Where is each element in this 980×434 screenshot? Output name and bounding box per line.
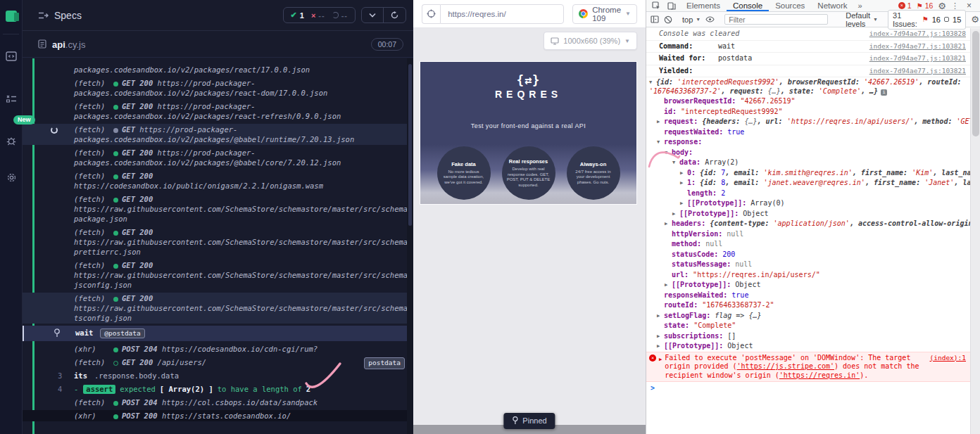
console-entry[interactable]: Waited for:postdataindex-7d94ae77.js:103… [646, 53, 970, 65]
devtools-close-icon[interactable]: × [964, 1, 974, 11]
log-row-assert[interactable]: 4-assertexpected[ Array(2) ]to have a le… [23, 383, 413, 395]
log-row-network[interactable]: (fetch)GET 200 https://raw.githubusercon… [23, 260, 413, 291]
error-link[interactable]: 'https://js.stripe.com' [737, 362, 834, 370]
collapse-arrow-icon[interactable]: ▼ [665, 148, 672, 158]
codesandbox-logo-icon[interactable] [0, 4, 23, 28]
console-tree-row[interactable]: ▼body: [646, 148, 970, 158]
console-tree-row[interactable]: requestWaited: true [646, 127, 970, 138]
issues-counter[interactable]: 31 Issues: ⚑16 15 [888, 10, 966, 30]
log-row-network[interactable]: (fetch)GET 200 https://prod-packager-pac… [23, 101, 413, 122]
log-row-network[interactable]: (fetch)GET 200 https://codesandbox.io/pu… [23, 170, 413, 191]
console-tree-row[interactable]: statusMessage: null [646, 260, 970, 270]
browser-select[interactable]: Chrome 109 ▼ [572, 4, 637, 24]
expand-arrow-icon[interactable]: ▶ [680, 199, 687, 208]
console-tree-row[interactable]: id: "interceptedRequest9992" [646, 107, 970, 117]
log-row-its[interactable]: 3its.response.body.data [23, 370, 413, 381]
log-row[interactable]: packages.codesandbox.io/v2/packages/reac… [23, 64, 413, 75]
expand-arrow-icon[interactable]: ▶ [657, 332, 664, 341]
console-error-entry[interactable]: ×▶Failed to execute 'postMessage' on 'DO… [646, 352, 970, 383]
expand-arrow-icon[interactable]: ▶ [665, 219, 672, 229]
log-row-network[interactable]: (fetch)GET 200 https://raw.githubusercon… [23, 226, 413, 257]
console-tree-row[interactable]: ▼{id: 'interceptedRequest9992', browserR… [646, 77, 970, 96]
console-settings-icon[interactable]: ⚙ [971, 14, 979, 25]
console-tree-row[interactable]: ▶subscriptions: [] [646, 331, 970, 342]
console-tree-row[interactable]: ▶[[Prototype]]: Object [646, 209, 970, 219]
settings-gear-icon[interactable] [0, 165, 23, 189]
console-tree-row[interactable]: httpVersion: null [646, 229, 970, 240]
scrollbar-thumb[interactable] [408, 64, 412, 226]
collapse-arrow-icon[interactable]: ▼ [672, 158, 679, 167]
selector-playground-button[interactable] [422, 4, 440, 24]
expand-arrow-icon[interactable]: ▶ [657, 117, 664, 127]
log-row-network[interactable]: (fetch)GET 200 https://prod-packager-pac… [23, 147, 413, 168]
more-tabs-button[interactable]: » [855, 1, 865, 10]
expand-arrow-icon[interactable]: ▶ [657, 312, 664, 321]
log-row-wait[interactable]: wait@postdata [23, 326, 413, 341]
console-scrollbar[interactable] [970, 28, 980, 434]
viewport-select[interactable]: 1000x660 (39%) ▼ [544, 32, 637, 50]
console-tree-row[interactable]: ▼response: [646, 137, 970, 148]
console-tree-row[interactable]: ▶[[Prototype]]: Object [646, 280, 970, 291]
console-tree-row[interactable]: ▶0: {id: 7, email: 'kim.smith@reqres.in'… [646, 168, 970, 179]
issues-badge[interactable]: ⚑16 [917, 1, 934, 10]
scrollbar-thumb[interactable] [972, 31, 979, 136]
console-tree-row[interactable]: responseWaited: true [646, 291, 970, 301]
log-levels-select[interactable]: Default levels▼ [846, 11, 878, 28]
expand-arrow-icon[interactable]: ▶ [659, 355, 662, 381]
aut-iframe[interactable]: {⇄} REQRES Test your front-end against a… [420, 62, 636, 204]
route-alias-badge[interactable]: postdata [364, 357, 405, 369]
console-tree-row[interactable]: ▶setLogFlag: flag => {…} [646, 311, 970, 321]
log-row-network[interactable]: (fetch)GET 200 https://raw.githubusercon… [23, 293, 413, 324]
console-tree-row[interactable]: routeId: "1676463368737-2" [646, 300, 970, 311]
console-sidebar-icon[interactable] [651, 14, 659, 25]
debug-icon[interactable] [0, 129, 23, 153]
console-entry[interactable]: Console was clearedindex-7d94ae77.js:103… [646, 28, 970, 41]
console-entry[interactable]: Yielded:index-7d94ae77.js:103821 [646, 65, 970, 78]
test-list-icon[interactable] [0, 87, 23, 110]
tab-console[interactable]: Console [727, 0, 769, 11]
console-tree-row[interactable]: method: null [646, 239, 970, 250]
console-tree-row[interactable]: length: 2 [646, 189, 970, 199]
console-entry[interactable]: Command:waitindex-7d94ae77.js:103821 [646, 41, 970, 53]
device-toolbar-icon[interactable] [665, 1, 679, 11]
expand-arrow-icon[interactable]: ▶ [680, 169, 687, 178]
console-tree-row[interactable]: ▶1: {id: 8, email: 'janet.weaver@reqres.… [646, 178, 970, 189]
tab-network[interactable]: Network [811, 0, 853, 11]
tab-sources[interactable]: Sources [769, 0, 811, 11]
console-error-badge[interactable]: ×1 [898, 1, 912, 10]
log-row-network[interactable]: (fetch)GET 200 https://raw.githubusercon… [23, 193, 413, 224]
expand-arrow-icon[interactable]: ▶ [657, 342, 664, 351]
log-row-network[interactable]: (fetch)POST 204 https://col.csbops.io/da… [23, 397, 413, 408]
collapse-arrow-icon[interactable]: ▼ [657, 138, 664, 147]
log-row-network[interactable]: (xhr)POST 200 https://stats.codesandbox.… [23, 410, 413, 421]
error-link[interactable]: 'https://reqres.in' [779, 371, 860, 379]
spec-row[interactable]: api.cy.js 00:07 [23, 31, 413, 58]
test-stats[interactable]: ✔1 ×-- -- [283, 7, 356, 23]
console-tree-row[interactable]: ▶[[Prototype]]: Array(0) [646, 198, 970, 209]
log-row-network[interactable]: (fetch)GET 200 /api/users/postdata [23, 357, 413, 368]
context-selector[interactable]: top▼ [682, 15, 701, 24]
expand-arrow-icon[interactable]: ▶ [680, 179, 687, 188]
log-row-network[interactable]: (fetch)GET 200 https://prod-packager-pac… [23, 77, 413, 98]
log-row-network[interactable]: (xhr)POST 204 https://codesandbox.io/cdn… [23, 343, 413, 355]
console-tree-row[interactable]: state: "Complete" [646, 321, 970, 331]
console-tree-row[interactable]: url: "https://reqres.in/api/users/" [646, 270, 970, 281]
inspect-icon[interactable] [649, 1, 663, 11]
clear-console-icon[interactable] [664, 14, 672, 25]
expand-arrow-icon[interactable]: ▶ [672, 210, 679, 219]
console-prompt[interactable]: > [646, 382, 970, 395]
source-link[interactable]: (index):1 [924, 354, 966, 381]
source-link[interactable]: index-7d94ae77.js:103821 [864, 42, 966, 51]
alias-badge[interactable]: @postdata [100, 328, 144, 338]
console-tree-row[interactable]: browserRequestId: "42667.26519" [646, 96, 970, 107]
expand-arrow-icon[interactable]: ▶ [665, 281, 672, 290]
url-input[interactable] [440, 4, 564, 24]
source-link[interactable]: index-7d94ae77.js:103821 [864, 67, 966, 76]
source-link[interactable]: index-7d94ae77.js:103821 [864, 54, 966, 63]
info-icon[interactable]: i [881, 89, 887, 96]
console-tree-row[interactable]: statusCode: 200 [646, 250, 970, 260]
specs-menu[interactable]: Specs [38, 10, 82, 21]
console-tree-row[interactable]: ▶headers: {content-type: 'application/js… [646, 219, 970, 229]
console-tree-row[interactable]: ▶[[Prototype]]: Object [646, 341, 970, 352]
source-link[interactable]: index-7d94ae77.js:103828 [864, 30, 966, 39]
